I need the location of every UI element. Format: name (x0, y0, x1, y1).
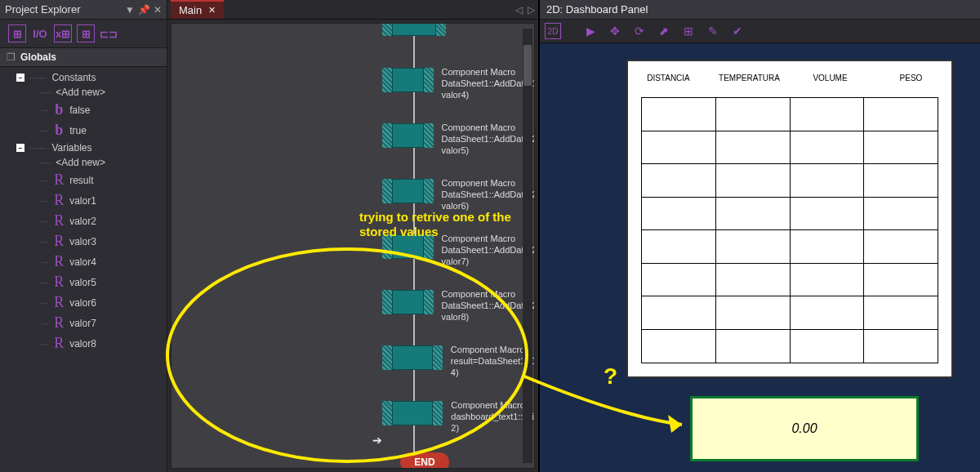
macro-shape (382, 345, 443, 370)
macro-block[interactable]: Component MacroDataSheet1::AddData(1, 4,… (382, 68, 535, 100)
macro-block[interactable]: Component Macrodashboard_text1::PrintNum… (382, 401, 535, 434)
bool-icon: b (53, 122, 65, 139)
constants-node[interactable]: − ······· Constants (11, 70, 163, 85)
macro-title: Component Macro (442, 122, 535, 133)
flowchart-canvas[interactable]: Component MacroDataSheet1::AddData(1, 4,… (171, 23, 535, 469)
real-icon: R (53, 294, 65, 311)
move-icon[interactable]: ✥ (607, 23, 623, 39)
macro-call: DataSheet1::AddData(2, 3, valor7) (442, 244, 535, 267)
dropdown-icon[interactable]: ▼ (125, 4, 135, 16)
real-icon: R (53, 274, 65, 291)
variable-valor4[interactable]: ···Rvalor4 (11, 252, 163, 272)
variable-valor2[interactable]: ···Rvalor2 (11, 211, 163, 231)
col-header: DISTANCIA (628, 61, 709, 94)
real-icon: R (53, 233, 65, 250)
variable-valor6[interactable]: ···Rvalor6 (11, 292, 163, 313)
globals-header[interactable]: ❐ Globals (0, 48, 167, 67)
macro-block[interactable]: Component Macroresult=DataSheet1::GetDat… (382, 345, 535, 378)
sheet-grid (641, 97, 938, 363)
dashboard-title: 2D: Dashboard Panel (540, 0, 980, 20)
variable-result[interactable]: ···Rresult (11, 170, 163, 190)
collapse-icon[interactable]: − (16, 73, 24, 82)
sheet-headers: DISTANCIA TEMPERATURA VOLUME PESO (628, 61, 951, 94)
globals-tree: − ······· Constants ···· <Add new> ··· b… (0, 67, 167, 357)
add-new-constant[interactable]: ···· <Add new> (11, 85, 163, 100)
bool-icon: b (53, 101, 65, 118)
tab-bar: Main ✕ ◁ ▷ (167, 0, 538, 20)
macro-title: Component Macro (442, 177, 535, 189)
dashboard-canvas[interactable]: DISTANCIA TEMPERATURA VOLUME PESO 0.00 ? (540, 43, 980, 472)
pin-icon[interactable]: 📌 (138, 4, 150, 16)
project-explorer-panel: Project Explorer ▼ 📌 ✕ ⊞ I/O x⊞ ⊞ ⊏⊐ ❐ G… (0, 0, 167, 472)
macro-call: DataSheet1::AddData(2, 4, valor8) (442, 300, 535, 323)
annotation-text: trying to retrive one of the stored valu… (359, 210, 511, 239)
variable-valor1[interactable]: ···Rvalor1 (11, 190, 163, 211)
toolbar-conn-icon[interactable]: ⊏⊐ (100, 24, 118, 42)
macro-title: Component Macro (442, 288, 535, 300)
grid-icon[interactable]: ⊞ (680, 23, 697, 39)
variable-valor8[interactable]: ···Rvalor8 (11, 333, 163, 354)
macro-shape (382, 23, 446, 36)
toolbar-xio-icon[interactable]: x⊞ (54, 24, 72, 42)
end-block[interactable]: END (400, 452, 449, 469)
tool1-icon[interactable]: ✎ (705, 23, 721, 39)
constant-true[interactable]: ··· b true (11, 120, 163, 140)
scroll-thumb[interactable] (523, 45, 532, 86)
macro-title: Component Macro (442, 66, 535, 78)
real-icon: R (53, 335, 65, 352)
macro-block[interactable] (382, 23, 454, 36)
real-icon: R (53, 314, 65, 332)
constants-label: Constants (51, 72, 96, 83)
dashboard-toolbar: 2D ▶ ✥ ⟳ ⬈ ⊞ ✎ ✔ (540, 20, 980, 43)
macro-call: DataSheet1::AddData(1, 4, valor4) (442, 78, 535, 100)
vertical-scrollbar[interactable] (523, 29, 532, 463)
real-icon: R (53, 253, 65, 270)
2d-button[interactable]: 2D (545, 23, 561, 39)
tab-label: Main (179, 4, 202, 16)
collapse-icon[interactable]: − (16, 144, 24, 152)
macro-block[interactable]: Component MacroDataSheet1::AddData(2, 1,… (382, 123, 535, 156)
scale-icon[interactable]: ⬈ (656, 23, 672, 39)
macro-block[interactable]: Component MacroDataSheet1::AddData(2, 3,… (382, 234, 535, 267)
macro-shape (382, 290, 434, 314)
variable-valor3[interactable]: ···Rvalor3 (11, 231, 163, 252)
toolbar-grid-icon[interactable]: ⊞ (8, 24, 26, 42)
explorer-toolbar: ⊞ I/O x⊞ ⊞ ⊏⊐ (0, 20, 167, 48)
macro-shape (382, 401, 443, 425)
stack-icon: ❐ (7, 51, 16, 63)
macro-shape (382, 123, 434, 148)
flow-arrow-icon: ➔ (372, 434, 382, 447)
tab-main[interactable]: Main ✕ (171, 0, 224, 19)
real-icon: R (53, 192, 65, 209)
toolbar-io-icon[interactable]: I/O (31, 24, 49, 42)
close-icon[interactable]: ✕ (154, 4, 162, 16)
tool2-icon[interactable]: ✔ (729, 23, 746, 39)
tab-next-icon[interactable]: ▷ (528, 4, 535, 16)
macro-call: DataSheet1::AddData(2, 1, valor5) (442, 133, 535, 156)
col-header: TEMPERATURA (709, 61, 790, 94)
macro-shape (382, 179, 434, 203)
annotation-question-mark: ? (604, 363, 617, 390)
datasheet-component[interactable]: DISTANCIA TEMPERATURA VOLUME PESO (626, 60, 953, 378)
rotate-icon[interactable]: ⟳ (631, 23, 648, 39)
globals-title: Globals (20, 51, 56, 63)
constant-false[interactable]: ··· b false (11, 100, 163, 120)
variable-valor5[interactable]: ···Rvalor5 (11, 272, 163, 292)
tab-prev-icon[interactable]: ◁ (515, 4, 523, 16)
add-new-variable[interactable]: ···· <Add new> (11, 155, 163, 170)
variable-valor7[interactable]: ···Rvalor7 (11, 313, 163, 333)
dashboard-panel: 2D: Dashboard Panel 2D ▶ ✥ ⟳ ⬈ ⊞ ✎ ✔ DIS… (539, 0, 980, 472)
explorer-header: Project Explorer ▼ 📌 ✕ (0, 0, 167, 20)
macro-call: DataSheet1::AddData(2, 2, valor6) (442, 189, 535, 212)
variables-label: Variables (51, 142, 91, 154)
col-header: PESO (871, 61, 951, 94)
toolbar-grid2-icon[interactable]: ⊞ (77, 24, 95, 42)
tab-close-icon[interactable]: ✕ (208, 5, 216, 16)
macro-block[interactable]: Component MacroDataSheet1::AddData(2, 4,… (382, 290, 535, 323)
macro-block[interactable]: Component MacroDataSheet1::AddData(2, 2,… (382, 179, 535, 212)
col-header: VOLUME (790, 61, 871, 94)
play-icon[interactable]: ▶ (582, 23, 599, 39)
dashboard-text-display[interactable]: 0.00 (690, 396, 919, 461)
variables-node[interactable]: − ······· Variables (11, 140, 163, 155)
real-icon: R (53, 212, 65, 229)
